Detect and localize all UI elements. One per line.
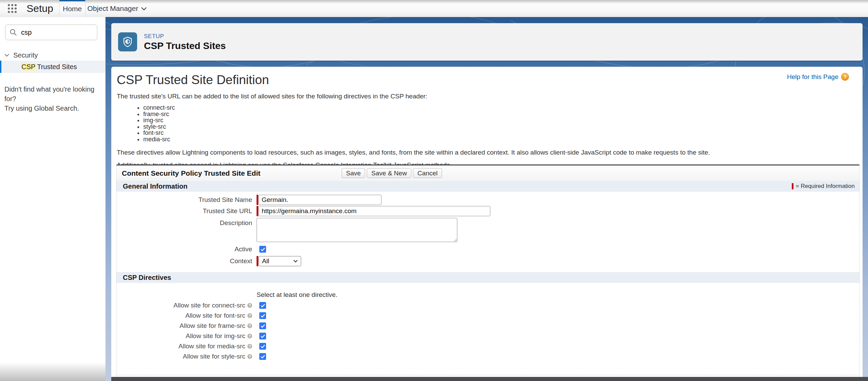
chevron-down-icon <box>141 7 147 10</box>
sidebar-item-label: CSP Trusted Sites <box>21 63 77 71</box>
frame-src-checkbox[interactable] <box>259 322 266 329</box>
shield-icon <box>118 32 137 51</box>
field-help-icon[interactable]: ? <box>247 313 252 318</box>
tab-object-manager[interactable]: Object Manager <box>85 0 149 17</box>
tab-object-manager-label: Object Manager <box>87 0 138 17</box>
directive-row-media-src: Allow site for media-src? <box>116 343 859 350</box>
check-icon <box>261 248 265 251</box>
field-help-icon[interactable]: ? <box>247 344 252 349</box>
page-title: CSP Trusted Sites <box>144 41 226 51</box>
section-csp-directives: CSP Directives <box>116 272 859 283</box>
save-and-new-button[interactable]: Save & New <box>367 168 411 178</box>
field-row-description: Description <box>116 218 859 242</box>
field-help-icon[interactable]: ? <box>247 354 252 359</box>
directive-row-img-src: Allow site for img-src? <box>116 333 859 339</box>
form-block-title: Content Security Policy Trusted Site Edi… <box>122 165 260 181</box>
list-item: media-src <box>143 136 863 143</box>
field-help-icon[interactable]: ? <box>247 303 252 308</box>
required-info-legend: = Required Information <box>792 181 855 192</box>
check-icon <box>261 304 265 307</box>
search-icon <box>10 29 17 36</box>
field-row-trusted-site-url: Trusted Site URL <box>116 206 859 216</box>
main-content-card: CSP Trusted Site Definition Help for thi… <box>111 67 863 377</box>
list-item: frame-src <box>143 111 863 117</box>
setup-sidebar: Security CSP Trusted Sites Didn't find w… <box>0 17 105 381</box>
trusted-site-name-input[interactable] <box>259 195 381 205</box>
sidebar-fade <box>0 362 105 381</box>
description-textarea[interactable] <box>257 218 457 242</box>
sidebar-item-csp-trusted-sites[interactable]: CSP Trusted Sites <box>0 61 105 73</box>
directives-hint: Select at least one directive. <box>257 291 859 299</box>
help-question-icon[interactable]: ? <box>841 73 849 81</box>
active-checkbox[interactable] <box>259 246 266 253</box>
sidebar-group-security[interactable]: Security <box>0 50 105 61</box>
app-launcher-icon[interactable] <box>7 3 18 14</box>
check-icon <box>261 334 265 338</box>
general-information-section: Trusted Site Name Trusted Site URL Descr… <box>116 192 859 272</box>
field-row-active: Active <box>116 244 859 254</box>
intro-paragraph: The trusted site's URL can be added to t… <box>117 93 857 100</box>
description-paragraph: These directives allow Lightning compone… <box>117 149 857 156</box>
check-icon <box>261 314 265 318</box>
trusted-site-url-label: Trusted Site URL <box>116 206 252 216</box>
check-icon <box>261 345 265 348</box>
active-label: Active <box>116 244 252 254</box>
check-icon <box>261 355 265 359</box>
cancel-button[interactable]: Cancel <box>413 168 442 178</box>
connect-src-checkbox[interactable] <box>259 302 266 309</box>
content-heading: CSP Trusted Site Definition <box>117 73 857 87</box>
required-bar-icon <box>257 256 258 266</box>
trusted-site-url-input[interactable] <box>259 206 490 216</box>
top-button-group: Save Save & New Cancel <box>342 168 442 178</box>
screen: Setup Home Object Manager Security CSP T… <box>0 0 868 381</box>
header-eyebrow: SETUP <box>144 33 164 40</box>
required-bar-icon <box>257 195 258 205</box>
directive-bullet-list: connect-src frame-src img-src style-src … <box>137 105 863 142</box>
form-block-header: Content Security Policy Trusted Site Edi… <box>116 165 859 181</box>
description-label: Description <box>116 218 252 228</box>
quick-find-input[interactable] <box>21 29 82 36</box>
directive-row-style-src: Allow site for style-src? <box>116 353 859 360</box>
app-title: Setup <box>27 0 53 17</box>
directive-row-frame-src: Allow site for frame-src? <box>116 322 859 329</box>
chevron-down-icon <box>293 260 298 263</box>
required-bar-icon <box>792 183 793 189</box>
sidebar-group-label: Security <box>13 51 38 59</box>
directive-row-connect-src: Allow site for connect-src? <box>116 302 859 309</box>
csp-directives-section: Select at least one directive. Allow sit… <box>116 283 859 368</box>
check-icon <box>261 324 265 328</box>
media-src-checkbox[interactable] <box>259 343 266 350</box>
help-for-this-page: Help for this Page ? <box>787 73 849 81</box>
img-src-checkbox[interactable] <box>259 333 266 339</box>
required-bar-icon <box>257 206 258 216</box>
save-button[interactable]: Save <box>342 168 365 178</box>
trusted-site-name-label: Trusted Site Name <box>116 195 252 205</box>
list-item: connect-src <box>143 105 863 111</box>
field-row-trusted-site-name: Trusted Site Name <box>116 195 859 205</box>
page-header-card: SETUP CSP Trusted Sites <box>111 23 863 61</box>
font-src-checkbox[interactable] <box>259 312 266 319</box>
quick-find-box <box>5 25 97 40</box>
bottom-strip <box>111 377 868 381</box>
top-nav-bar: Setup Home Object Manager <box>0 0 868 17</box>
section-general-information: General Information = Required Informati… <box>116 181 859 192</box>
context-label: Context <box>116 256 252 266</box>
field-help-icon[interactable]: ? <box>247 334 252 338</box>
field-row-context: Context All <box>116 256 859 266</box>
list-item: font-src <box>143 130 863 136</box>
context-select[interactable]: All <box>259 256 301 266</box>
tab-home[interactable]: Home <box>59 0 85 17</box>
style-src-checkbox[interactable] <box>259 353 266 360</box>
list-item: img-src <box>143 117 863 124</box>
edit-form-block: Content Security Policy Trusted Site Edi… <box>116 164 860 381</box>
directive-row-font-src: Allow site for font-src? <box>116 312 859 319</box>
chevron-down-icon <box>4 54 9 57</box>
list-item: style-src <box>143 124 863 130</box>
sidebar-not-found-text: Didn't find what you're looking for? Try… <box>4 84 101 113</box>
search-highlight: CSP <box>21 63 35 70</box>
help-link[interactable]: Help for this Page <box>787 73 838 81</box>
field-help-icon[interactable]: ? <box>247 323 252 328</box>
